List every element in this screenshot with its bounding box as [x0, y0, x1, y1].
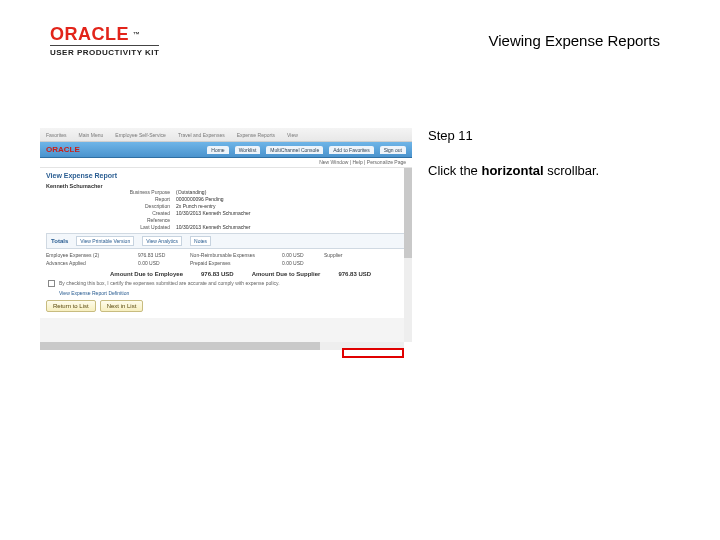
field-label: Created — [50, 210, 170, 216]
due-supplier-label: Amount Due to Supplier — [252, 271, 321, 277]
notes-button[interactable]: Notes — [190, 236, 211, 246]
header-link[interactable]: MultiChannel Console — [266, 146, 323, 154]
oracle-logo-text: ORACLE — [50, 24, 129, 45]
page-root: ORACLE™ USER PRODUCTIVITY KIT Viewing Ex… — [0, 0, 720, 540]
brand-block: ORACLE™ USER PRODUCTIVITY KIT — [50, 24, 159, 57]
field-label: Description — [50, 203, 170, 209]
breadcrumb-item[interactable]: View — [287, 132, 298, 138]
breadcrumb-item[interactable]: Expense Reports — [237, 132, 275, 138]
field-label: Business Purpose — [50, 189, 170, 195]
report-body: View Expense Report Kenneth Schumacher B… — [40, 168, 412, 350]
cell — [324, 260, 384, 266]
due-supplier-value: 976.83 USD — [338, 271, 371, 277]
field-label: Report — [50, 196, 170, 202]
cell: Supplier — [324, 252, 384, 258]
field-value: 10/30/2013 Kenneth Schumacher — [176, 210, 402, 216]
table-row: Advances Applied 0.00 USD Prepaid Expens… — [46, 259, 406, 267]
breadcrumb-item[interactable]: Travel and Expenses — [178, 132, 225, 138]
vertical-scroll-thumb[interactable] — [404, 168, 412, 258]
employee-name: Kenneth Schumacher — [40, 181, 412, 189]
nav-button-row: Return to List Next in List — [46, 300, 406, 312]
view-printable-button[interactable]: View Printable Version — [76, 236, 134, 246]
instruction-bold: horizontal — [481, 163, 543, 178]
horizontal-scrollbar[interactable] — [40, 342, 404, 350]
instruction-panel: Step 11 Click the horizontal scrollbar. — [428, 128, 678, 178]
header-link[interactable]: Sign out — [380, 146, 406, 154]
field-value — [176, 217, 402, 223]
cell: 0.00 USD — [282, 252, 322, 258]
table-row: Employee Expenses (2) 976.83 USD Non-Rei… — [46, 251, 406, 259]
app-logo: ORACLE — [46, 145, 80, 154]
oracle-logo-subtitle: USER PRODUCTIVITY KIT — [50, 45, 159, 57]
vertical-scrollbar[interactable] — [404, 168, 412, 342]
horizontal-scroll-thumb[interactable] — [40, 342, 320, 350]
cell: 0.00 USD — [138, 260, 188, 266]
field-label: Last Updated — [50, 224, 170, 230]
definition-link-row: View Expense Report Definition — [48, 290, 404, 296]
trademark-symbol: ™ — [133, 31, 141, 38]
totals-bar: Totals View Printable Version View Analy… — [46, 233, 406, 249]
cell: Employee Expenses (2) — [46, 252, 136, 258]
field-value: 2x Punch re-entry — [176, 203, 402, 209]
step-number: Step 11 — [428, 128, 678, 143]
totals-label: Totals — [51, 238, 68, 244]
cell: Non-Reimbursable Expenses — [190, 252, 280, 258]
certify-text: By checking this box, I certify the expe… — [59, 280, 280, 286]
page-title: Viewing Expense Reports — [489, 32, 661, 49]
return-button[interactable]: Return to List — [46, 300, 96, 312]
breadcrumb-bar: Favorites Main Menu Employee Self-Servic… — [40, 128, 412, 142]
header-link[interactable]: Add to Favorites — [329, 146, 373, 154]
certify-line: By checking this box, I certify the expe… — [48, 280, 404, 287]
cell: Advances Applied — [46, 260, 136, 266]
oracle-logo: ORACLE™ — [50, 24, 159, 45]
cell: 976.83 USD — [138, 252, 188, 258]
breadcrumb-item[interactable]: Main Menu — [79, 132, 104, 138]
next-button[interactable]: Next in List — [100, 300, 144, 312]
totals-table: Employee Expenses (2) 976.83 USD Non-Rei… — [46, 251, 406, 267]
header-fields: Business Purpose(Outstanding) Report0000… — [40, 189, 412, 230]
section-heading: View Expense Report — [40, 168, 412, 181]
header-link[interactable]: Home — [207, 146, 228, 154]
view-analytics-button[interactable]: View Analytics — [142, 236, 182, 246]
embedded-screenshot: Favorites Main Menu Employee Self-Servic… — [40, 128, 412, 358]
header-links: Home Worklist MultiChannel Console Add t… — [207, 146, 406, 154]
certify-checkbox[interactable] — [48, 280, 55, 287]
amount-summary: Amount Due to Employee 976.83 USD Amount… — [110, 271, 412, 277]
field-label: Reference — [50, 217, 170, 223]
cell: Prepaid Expenses — [190, 260, 280, 266]
empty-area — [40, 318, 404, 342]
definition-link[interactable]: View Expense Report Definition — [59, 290, 129, 296]
app-header-bar: ORACLE Home Worklist MultiChannel Consol… — [40, 142, 412, 158]
breadcrumb-item[interactable]: Employee Self-Service — [115, 132, 166, 138]
utility-links[interactable]: New Window | Help | Personalize Page — [40, 158, 412, 168]
header-link[interactable]: Worklist — [235, 146, 261, 154]
due-employee-value: 976.83 USD — [201, 271, 234, 277]
field-value: (Outstanding) — [176, 189, 402, 195]
cell: 0.00 USD — [282, 260, 322, 266]
instruction-suffix: scrollbar. — [544, 163, 600, 178]
field-value: 0000000096 Pending — [176, 196, 402, 202]
due-employee-label: Amount Due to Employee — [110, 271, 183, 277]
instruction-text: Click the horizontal scrollbar. — [428, 163, 678, 178]
breadcrumb-item[interactable]: Favorites — [46, 132, 67, 138]
instruction-prefix: Click the — [428, 163, 481, 178]
field-value: 10/30/2013 Kenneth Schumacher — [176, 224, 402, 230]
